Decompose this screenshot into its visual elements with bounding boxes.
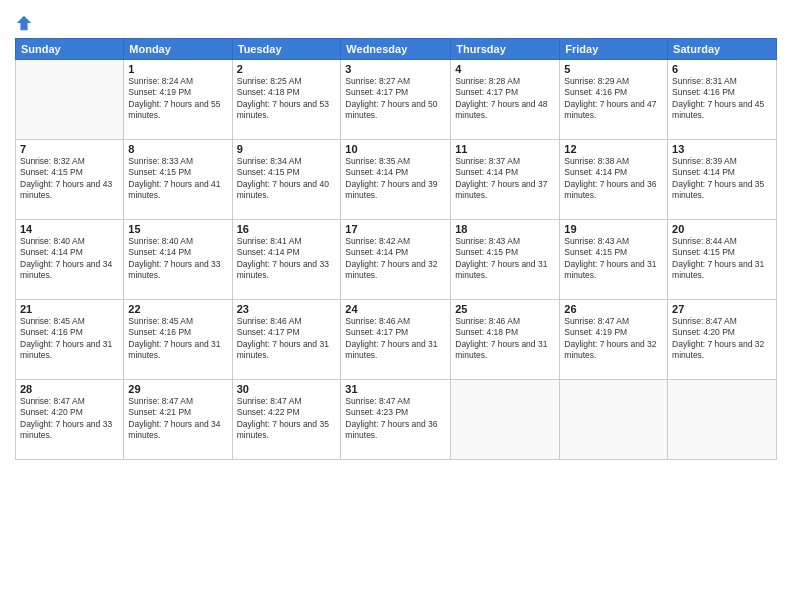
day-number: 22 (128, 303, 227, 315)
day-number: 10 (345, 143, 446, 155)
day-info: Sunrise: 8:47 AMSunset: 4:23 PMDaylight:… (345, 396, 446, 442)
day-info: Sunrise: 8:27 AMSunset: 4:17 PMDaylight:… (345, 76, 446, 122)
day-cell: 27Sunrise: 8:47 AMSunset: 4:20 PMDayligh… (668, 300, 777, 380)
day-cell (16, 60, 124, 140)
day-info: Sunrise: 8:47 AMSunset: 4:20 PMDaylight:… (20, 396, 119, 442)
day-number: 28 (20, 383, 119, 395)
day-cell: 5Sunrise: 8:29 AMSunset: 4:16 PMDaylight… (560, 60, 668, 140)
day-number: 14 (20, 223, 119, 235)
calendar: SundayMondayTuesdayWednesdayThursdayFrid… (15, 38, 777, 460)
day-info: Sunrise: 8:25 AMSunset: 4:18 PMDaylight:… (237, 76, 337, 122)
header-row: SundayMondayTuesdayWednesdayThursdayFrid… (16, 39, 777, 60)
page: SundayMondayTuesdayWednesdayThursdayFrid… (0, 0, 792, 612)
day-number: 12 (564, 143, 663, 155)
header-monday: Monday (124, 39, 232, 60)
day-number: 1 (128, 63, 227, 75)
logo (15, 14, 37, 32)
day-number: 6 (672, 63, 772, 75)
header (15, 10, 777, 32)
day-info: Sunrise: 8:32 AMSunset: 4:15 PMDaylight:… (20, 156, 119, 202)
day-info: Sunrise: 8:31 AMSunset: 4:16 PMDaylight:… (672, 76, 772, 122)
header-thursday: Thursday (451, 39, 560, 60)
svg-marker-0 (17, 16, 31, 30)
day-number: 25 (455, 303, 555, 315)
header-friday: Friday (560, 39, 668, 60)
day-cell: 4Sunrise: 8:28 AMSunset: 4:17 PMDaylight… (451, 60, 560, 140)
day-info: Sunrise: 8:29 AMSunset: 4:16 PMDaylight:… (564, 76, 663, 122)
day-cell: 16Sunrise: 8:41 AMSunset: 4:14 PMDayligh… (232, 220, 341, 300)
day-info: Sunrise: 8:47 AMSunset: 4:19 PMDaylight:… (564, 316, 663, 362)
day-cell: 20Sunrise: 8:44 AMSunset: 4:15 PMDayligh… (668, 220, 777, 300)
day-number: 24 (345, 303, 446, 315)
day-cell: 19Sunrise: 8:43 AMSunset: 4:15 PMDayligh… (560, 220, 668, 300)
day-cell: 14Sunrise: 8:40 AMSunset: 4:14 PMDayligh… (16, 220, 124, 300)
day-info: Sunrise: 8:45 AMSunset: 4:16 PMDaylight:… (20, 316, 119, 362)
day-cell: 28Sunrise: 8:47 AMSunset: 4:20 PMDayligh… (16, 380, 124, 460)
day-cell (451, 380, 560, 460)
day-number: 17 (345, 223, 446, 235)
day-number: 3 (345, 63, 446, 75)
week-row-1: 1Sunrise: 8:24 AMSunset: 4:19 PMDaylight… (16, 60, 777, 140)
day-number: 16 (237, 223, 337, 235)
day-cell: 10Sunrise: 8:35 AMSunset: 4:14 PMDayligh… (341, 140, 451, 220)
day-number: 13 (672, 143, 772, 155)
day-cell: 25Sunrise: 8:46 AMSunset: 4:18 PMDayligh… (451, 300, 560, 380)
day-number: 18 (455, 223, 555, 235)
day-number: 23 (237, 303, 337, 315)
day-info: Sunrise: 8:40 AMSunset: 4:14 PMDaylight:… (20, 236, 119, 282)
day-cell: 11Sunrise: 8:37 AMSunset: 4:14 PMDayligh… (451, 140, 560, 220)
day-number: 9 (237, 143, 337, 155)
day-info: Sunrise: 8:43 AMSunset: 4:15 PMDaylight:… (455, 236, 555, 282)
day-info: Sunrise: 8:28 AMSunset: 4:17 PMDaylight:… (455, 76, 555, 122)
day-cell: 6Sunrise: 8:31 AMSunset: 4:16 PMDaylight… (668, 60, 777, 140)
day-number: 26 (564, 303, 663, 315)
day-info: Sunrise: 8:46 AMSunset: 4:17 PMDaylight:… (345, 316, 446, 362)
day-cell: 24Sunrise: 8:46 AMSunset: 4:17 PMDayligh… (341, 300, 451, 380)
week-row-3: 14Sunrise: 8:40 AMSunset: 4:14 PMDayligh… (16, 220, 777, 300)
day-cell: 31Sunrise: 8:47 AMSunset: 4:23 PMDayligh… (341, 380, 451, 460)
day-number: 29 (128, 383, 227, 395)
day-cell: 3Sunrise: 8:27 AMSunset: 4:17 PMDaylight… (341, 60, 451, 140)
header-wednesday: Wednesday (341, 39, 451, 60)
day-info: Sunrise: 8:41 AMSunset: 4:14 PMDaylight:… (237, 236, 337, 282)
day-cell (560, 380, 668, 460)
day-cell: 15Sunrise: 8:40 AMSunset: 4:14 PMDayligh… (124, 220, 232, 300)
day-number: 8 (128, 143, 227, 155)
header-sunday: Sunday (16, 39, 124, 60)
day-info: Sunrise: 8:40 AMSunset: 4:14 PMDaylight:… (128, 236, 227, 282)
day-number: 4 (455, 63, 555, 75)
day-info: Sunrise: 8:33 AMSunset: 4:15 PMDaylight:… (128, 156, 227, 202)
week-row-2: 7Sunrise: 8:32 AMSunset: 4:15 PMDaylight… (16, 140, 777, 220)
day-cell: 21Sunrise: 8:45 AMSunset: 4:16 PMDayligh… (16, 300, 124, 380)
day-info: Sunrise: 8:47 AMSunset: 4:21 PMDaylight:… (128, 396, 227, 442)
day-number: 19 (564, 223, 663, 235)
day-info: Sunrise: 8:44 AMSunset: 4:15 PMDaylight:… (672, 236, 772, 282)
day-number: 7 (20, 143, 119, 155)
day-info: Sunrise: 8:24 AMSunset: 4:19 PMDaylight:… (128, 76, 227, 122)
header-saturday: Saturday (668, 39, 777, 60)
day-cell: 2Sunrise: 8:25 AMSunset: 4:18 PMDaylight… (232, 60, 341, 140)
day-cell: 9Sunrise: 8:34 AMSunset: 4:15 PMDaylight… (232, 140, 341, 220)
day-number: 2 (237, 63, 337, 75)
day-cell: 17Sunrise: 8:42 AMSunset: 4:14 PMDayligh… (341, 220, 451, 300)
day-number: 30 (237, 383, 337, 395)
day-cell: 29Sunrise: 8:47 AMSunset: 4:21 PMDayligh… (124, 380, 232, 460)
day-cell: 13Sunrise: 8:39 AMSunset: 4:14 PMDayligh… (668, 140, 777, 220)
week-row-5: 28Sunrise: 8:47 AMSunset: 4:20 PMDayligh… (16, 380, 777, 460)
day-info: Sunrise: 8:42 AMSunset: 4:14 PMDaylight:… (345, 236, 446, 282)
day-cell: 30Sunrise: 8:47 AMSunset: 4:22 PMDayligh… (232, 380, 341, 460)
day-cell: 26Sunrise: 8:47 AMSunset: 4:19 PMDayligh… (560, 300, 668, 380)
day-cell (668, 380, 777, 460)
day-number: 5 (564, 63, 663, 75)
day-cell: 23Sunrise: 8:46 AMSunset: 4:17 PMDayligh… (232, 300, 341, 380)
day-info: Sunrise: 8:39 AMSunset: 4:14 PMDaylight:… (672, 156, 772, 202)
day-cell: 12Sunrise: 8:38 AMSunset: 4:14 PMDayligh… (560, 140, 668, 220)
day-info: Sunrise: 8:35 AMSunset: 4:14 PMDaylight:… (345, 156, 446, 202)
header-tuesday: Tuesday (232, 39, 341, 60)
day-cell: 7Sunrise: 8:32 AMSunset: 4:15 PMDaylight… (16, 140, 124, 220)
day-number: 27 (672, 303, 772, 315)
day-info: Sunrise: 8:43 AMSunset: 4:15 PMDaylight:… (564, 236, 663, 282)
day-cell: 18Sunrise: 8:43 AMSunset: 4:15 PMDayligh… (451, 220, 560, 300)
logo-icon (15, 14, 33, 32)
day-number: 11 (455, 143, 555, 155)
